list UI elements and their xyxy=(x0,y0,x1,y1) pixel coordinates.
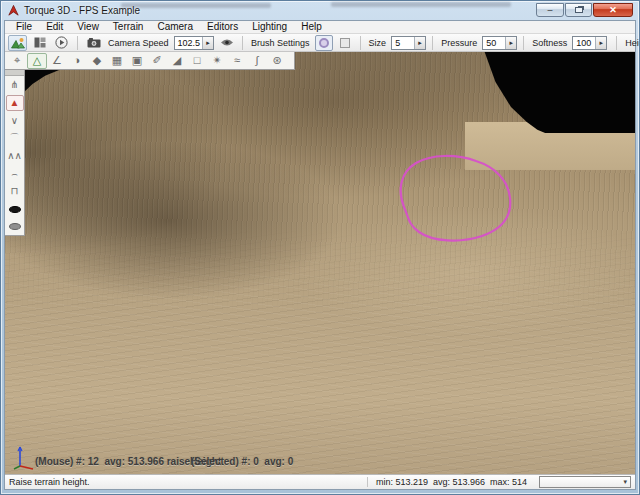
softness-field[interactable]: 100 ▸ xyxy=(572,36,607,50)
size-label: Size xyxy=(369,38,387,48)
paint-noise-tool[interactable]: ∧∧ xyxy=(6,148,24,165)
camera-button[interactable] xyxy=(84,35,103,51)
decal-editor-tool[interactable]: ▣ xyxy=(127,53,147,69)
statusbar: Raise terrain height. min: 513.219 avg: … xyxy=(5,474,635,489)
gui-editor-tool[interactable]: ◢ xyxy=(167,53,187,69)
crosshair-icon: ⌖ xyxy=(14,55,20,66)
titlebar[interactable]: Torque 3D - FPS Example – ✕ xyxy=(1,1,639,20)
solid-shape-icon: ◆ xyxy=(93,55,101,66)
lower-height-tool[interactable]: ∨ xyxy=(6,112,24,129)
app-window: Torque 3D - FPS Example – ✕ File Edit Vi… xyxy=(0,0,640,495)
flatten-arc-icon: ⌢ xyxy=(11,169,18,179)
status-dropdown[interactable]: ▾ xyxy=(539,476,631,488)
pressure-label: Pressure xyxy=(441,38,477,48)
palette-separator xyxy=(5,70,24,76)
spinner-arrow-icon: ▸ xyxy=(599,39,603,47)
square-brush-button[interactable] xyxy=(336,35,354,51)
menu-file[interactable]: File xyxy=(9,21,39,33)
menu-lighting[interactable]: Lighting xyxy=(245,21,294,33)
spinner-arrow-icon: ▸ xyxy=(418,39,422,47)
terrain-viewport[interactable]: ⌖ △ ∠ ◑ ◆ ▦ ▣ ✐ ◢ □ ✴ ≈ ∫ ⊛ ⋔ ▲ ∨ xyxy=(5,52,635,474)
pressure-field[interactable]: 50 ▸ xyxy=(482,36,517,50)
set-empty-tool[interactable] xyxy=(6,201,24,218)
close-button[interactable]: ✕ xyxy=(593,3,633,17)
menu-help[interactable]: Help xyxy=(294,21,329,33)
status-message: Raise terrain height. xyxy=(9,477,367,487)
sketch-tool[interactable]: ◆ xyxy=(87,53,107,69)
mountain-sun-icon xyxy=(11,37,25,49)
sphere-icon: ◑ xyxy=(74,55,81,66)
grab-icon: ⋔ xyxy=(10,80,18,90)
client-area: File Edit View Terrain Camera Editors Li… xyxy=(4,20,636,490)
selection-box-icon: □ xyxy=(194,55,201,66)
pressure-spinner[interactable]: ▸ xyxy=(505,37,516,49)
editor-tools-toolbar: ⌖ △ ∠ ◑ ◆ ▦ ▣ ✐ ◢ □ ✴ ≈ ∫ ⊛ xyxy=(5,52,295,70)
play-icon xyxy=(55,36,68,49)
visibility-button[interactable] xyxy=(217,35,236,51)
camera-icon xyxy=(87,38,101,48)
pressure-value[interactable]: 50 xyxy=(483,38,505,48)
toolbar-separator xyxy=(523,36,524,50)
size-spinner[interactable]: ▸ xyxy=(414,37,425,49)
toolbar-separator xyxy=(360,36,361,50)
terrain-ripple-texture xyxy=(5,229,635,474)
menu-terrain[interactable]: Terrain xyxy=(106,21,151,33)
sky-region-right xyxy=(480,52,635,133)
toolbar-separator xyxy=(616,36,617,50)
circle-brush-button[interactable] xyxy=(315,35,333,51)
flatten-height-tool[interactable]: ⌢ xyxy=(6,165,24,182)
terrain-painter-tool[interactable]: ∠ xyxy=(47,53,67,69)
raise-height-tool[interactable]: ▲ xyxy=(6,95,24,112)
terrain-stats: min: 513.219 avg: 513.966 max: 514 xyxy=(367,477,535,487)
camera-speed-spinner[interactable]: ▸ xyxy=(202,37,213,49)
window-title: Torque 3D - FPS Example xyxy=(24,5,140,16)
toolbar-separator xyxy=(242,36,243,50)
menu-edit[interactable]: Edit xyxy=(39,21,70,33)
camera-speed-label: Camera Speed xyxy=(108,38,169,48)
menu-view[interactable]: View xyxy=(70,21,106,33)
forest-editor-tool[interactable]: ✐ xyxy=(147,53,167,69)
menubar: File Edit View Terrain Camera Editors Li… xyxy=(5,21,635,34)
spinner-arrow-icon: ▸ xyxy=(509,39,513,47)
menu-camera[interactable]: Camera xyxy=(150,21,200,33)
terrain-editor-tool[interactable]: △ xyxy=(27,53,47,69)
terrain-tool-palette: ⋔ ▲ ∨ ⌒ ∧∧ ⌢ ⊓ xyxy=(5,70,25,236)
softness-spinner[interactable]: ▸ xyxy=(595,37,606,49)
size-value[interactable]: 5 xyxy=(392,38,414,48)
softness-value[interactable]: 100 xyxy=(573,38,595,48)
softness-label: Softness xyxy=(532,38,567,48)
sky-region-left xyxy=(22,68,64,94)
river-editor-tool[interactable]: ≈ xyxy=(227,53,247,69)
circle-brush-icon xyxy=(319,38,329,48)
smooth-height-tool[interactable]: ⌒ xyxy=(6,130,24,147)
object-editor-tool[interactable]: ⌖ xyxy=(7,53,27,69)
road-editor-tool[interactable]: ∫ xyxy=(247,53,267,69)
minimize-button[interactable]: – xyxy=(536,3,564,17)
camera-speed-field[interactable]: 102.5 ▸ xyxy=(174,36,215,50)
raise-mountain-icon: ▲ xyxy=(10,98,20,108)
datablock-editor-tool[interactable]: ▦ xyxy=(107,53,127,69)
curve-icon: ∫ xyxy=(255,55,258,66)
mountain-icon: △ xyxy=(33,55,41,66)
window-panes-icon xyxy=(34,37,46,48)
waves-icon: ≈ xyxy=(234,55,240,66)
feather-icon: ✐ xyxy=(152,55,161,66)
size-field[interactable]: 5 ▸ xyxy=(391,36,426,50)
particle-editor-tool[interactable]: ✴ xyxy=(207,53,227,69)
maximize-button[interactable] xyxy=(565,3,592,17)
material-editor-tool[interactable]: ◑ xyxy=(67,53,87,69)
wheel-icon: ⊛ xyxy=(272,55,281,66)
brush-settings-label: Brush Settings xyxy=(251,38,310,48)
camera-speed-value[interactable]: 102.5 xyxy=(175,38,203,48)
mission-area-editor-tool[interactable]: □ xyxy=(187,53,207,69)
slope-icon: ∠ xyxy=(52,55,62,66)
shape-editor-tool[interactable]: ⊛ xyxy=(267,53,287,69)
grab-terrain-tool[interactable]: ⋔ xyxy=(6,77,24,94)
clear-empty-tool[interactable] xyxy=(6,218,24,235)
minimize-icon: – xyxy=(547,6,552,15)
layout-panes-button[interactable] xyxy=(30,35,49,51)
set-height-tool[interactable]: ⊓ xyxy=(6,183,24,200)
world-settings-button[interactable] xyxy=(8,35,27,51)
play-button[interactable] xyxy=(52,35,71,51)
menu-editors[interactable]: Editors xyxy=(200,21,245,33)
